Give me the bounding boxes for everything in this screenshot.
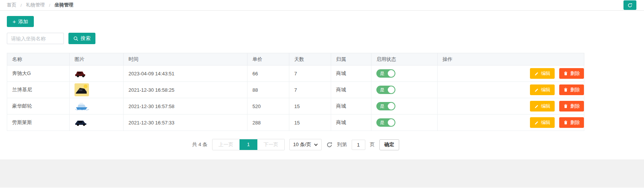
page-background xyxy=(0,159,644,188)
delete-trash-icon xyxy=(563,120,568,125)
delete-button-label: 删除 xyxy=(570,103,580,110)
breadcrumb-home[interactable]: 首页 xyxy=(7,2,16,8)
edit-button[interactable]: 编辑 xyxy=(530,68,555,79)
edit-button-label: 编辑 xyxy=(541,119,550,126)
delete-button[interactable]: 删除 xyxy=(559,101,584,112)
mount-belong: 商城 xyxy=(331,65,371,82)
plus-icon: + xyxy=(13,19,16,24)
mount-belong: 商城 xyxy=(331,98,371,115)
edit-button[interactable]: 编辑 xyxy=(530,117,555,128)
refresh-icon xyxy=(326,142,333,148)
confirm-button[interactable]: 确定 xyxy=(379,139,399,150)
pagination-prev-button[interactable]: 上一页 xyxy=(213,139,240,150)
mount-name: 兰博基尼 xyxy=(7,82,70,98)
mount-days: 15 xyxy=(289,115,331,131)
refresh-icon xyxy=(627,3,633,8)
mount-time: 2021-12-30 16:58:25 xyxy=(124,82,247,98)
mount-name: 豪华邮轮 xyxy=(7,98,70,115)
mount-time: 2021-12-30 16:57:33 xyxy=(124,115,247,131)
search-button[interactable]: 搜索 xyxy=(68,33,95,44)
mount-time: 2023-04-09 14:43:51 xyxy=(124,65,247,82)
edit-button[interactable]: 编辑 xyxy=(530,101,555,112)
edit-button[interactable]: 编辑 xyxy=(530,84,555,95)
mounts-table: 名称 图片 时间 单价 天数 归属 启用状态 操作 奔驰大G xyxy=(7,53,584,131)
delete-button[interactable]: 删除 xyxy=(559,84,584,95)
goto-page-input[interactable] xyxy=(352,140,365,150)
mount-price: 88 xyxy=(247,82,289,98)
col-header-name: 名称 xyxy=(7,53,70,65)
status-toggle-knob xyxy=(388,119,395,126)
delete-trash-icon xyxy=(563,88,568,92)
col-header-price: 单价 xyxy=(247,53,289,65)
edit-button-label: 编辑 xyxy=(541,87,550,93)
main-content: + 添加 搜索 名称 图片 时间 单价 天 xyxy=(0,11,644,159)
mount-image-dark-blue-car xyxy=(75,119,123,126)
delete-button-label: 删除 xyxy=(570,87,580,93)
breadcrumb-gift-management[interactable]: 礼物管理 xyxy=(26,2,45,8)
col-header-belong: 归属 xyxy=(331,53,371,65)
status-toggle[interactable]: 是 xyxy=(376,86,395,94)
col-header-image: 图片 xyxy=(70,53,124,65)
pagination-refresh-button[interactable] xyxy=(326,142,333,148)
refresh-button[interactable] xyxy=(623,0,636,10)
delete-trash-icon xyxy=(563,104,568,108)
mount-price: 520 xyxy=(247,98,289,115)
status-toggle[interactable]: 是 xyxy=(376,102,395,110)
status-toggle[interactable]: 是 xyxy=(376,118,395,127)
col-header-days: 天数 xyxy=(289,53,331,65)
search-icon xyxy=(73,36,78,41)
edit-pencil-icon xyxy=(534,120,539,125)
goto-label: 到第 xyxy=(337,141,347,148)
pagination-current-page[interactable]: 1 xyxy=(240,139,257,150)
edit-button-label: 编辑 xyxy=(541,70,550,77)
table-header-row: 名称 图片 时间 单价 天数 归属 启用状态 操作 xyxy=(7,53,584,65)
edit-pencil-icon xyxy=(534,104,539,108)
col-header-time: 时间 xyxy=(124,53,247,65)
mount-image-dark-red-suv xyxy=(75,69,123,78)
mount-time: 2021-12-30 16:57:58 xyxy=(124,98,247,115)
breadcrumb-separator: / xyxy=(21,3,22,8)
mount-days: 7 xyxy=(289,65,331,82)
mount-name: 劳斯莱斯 xyxy=(7,115,70,131)
status-toggle[interactable]: 是 xyxy=(376,69,395,78)
mount-image-blue-yacht xyxy=(75,101,123,111)
page-size-select[interactable]: 10 条/页 xyxy=(289,139,322,150)
status-toggle-label: 是 xyxy=(380,119,384,126)
breadcrumb-separator: / xyxy=(49,3,50,8)
status-toggle-knob xyxy=(388,86,395,93)
pagination-total: 共 4 条 xyxy=(192,141,207,148)
add-button-label: 添加 xyxy=(18,18,28,25)
mount-price: 66 xyxy=(247,65,289,82)
search-button-label: 搜索 xyxy=(81,35,90,42)
delete-button[interactable]: 删除 xyxy=(559,117,584,128)
status-toggle-label: 是 xyxy=(380,103,384,110)
top-bar: 首页 / 礼物管理 / 坐骑管理 xyxy=(0,0,644,11)
mount-belong: 商城 xyxy=(331,82,371,98)
mount-image-cell xyxy=(70,82,124,98)
delete-button[interactable]: 删除 xyxy=(559,68,584,79)
mount-image-black-car-yellow-bg xyxy=(75,83,123,96)
mount-image-cell xyxy=(70,98,124,115)
status-toggle-label: 是 xyxy=(380,70,384,77)
table-row: 奔驰大G 2023-04-09 14:43:51 66 7 商城 xyxy=(7,65,584,82)
add-button[interactable]: + 添加 xyxy=(7,16,34,27)
search-input[interactable] xyxy=(7,33,64,44)
col-header-operation: 操作 xyxy=(438,53,584,65)
mount-price: 288 xyxy=(247,115,289,131)
mount-days: 15 xyxy=(289,98,331,115)
edit-pencil-icon xyxy=(534,88,539,92)
mount-image-cell xyxy=(70,65,124,82)
pagination-group: 上一页 1 下一页 xyxy=(212,139,285,150)
delete-button-label: 删除 xyxy=(570,70,580,77)
pagination-bar: 共 4 条 上一页 1 下一页 10 条/页 到第 页 xyxy=(7,139,584,159)
breadcrumb: 首页 / 礼物管理 / 坐骑管理 xyxy=(7,2,73,8)
table-row: 劳斯莱斯 2021-12-30 16:57:33 288 15 商城 xyxy=(7,115,584,131)
pagination-next-button[interactable]: 下一页 xyxy=(257,139,284,150)
goto-suffix: 页 xyxy=(370,141,375,148)
status-toggle-knob xyxy=(388,70,395,77)
table-row: 豪华邮轮 2021-12-30 16:57:58 520 15 商城 xyxy=(7,98,584,115)
mount-days: 7 xyxy=(289,82,331,98)
mount-name: 奔驰大G xyxy=(7,65,70,82)
page-size-label: 10 条/页 xyxy=(293,141,311,148)
table-row: 兰博基尼 2021-12-30 16:58:25 88 7 商城 xyxy=(7,82,584,98)
